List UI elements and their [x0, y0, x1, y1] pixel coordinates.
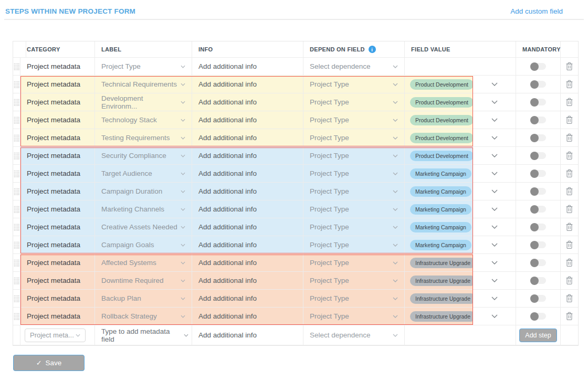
depend-select[interactable]: Project Type	[303, 254, 405, 272]
mandatory-toggle[interactable]	[516, 272, 561, 290]
mandatory-toggle[interactable]	[516, 93, 561, 111]
info-input[interactable]: Add additional info	[192, 308, 303, 325]
depend-select[interactable]: Project Type	[303, 129, 405, 147]
field-value-select[interactable]	[473, 111, 516, 129]
label-select[interactable]: Marketing Channels	[95, 200, 192, 218]
drag-handle[interactable]	[13, 272, 20, 290]
mandatory-toggle[interactable]	[516, 183, 561, 200]
info-input[interactable]: Add additional info	[192, 93, 303, 111]
mandatory-toggle[interactable]	[516, 254, 561, 272]
depend-select[interactable]: Project Type	[303, 308, 405, 325]
field-value-select[interactable]	[473, 93, 516, 111]
field-value-select[interactable]	[473, 218, 516, 236]
info-input[interactable]: Add additional info	[192, 272, 303, 290]
label-select[interactable]: Target Audience	[95, 165, 192, 183]
depend-select[interactable]: Project Type	[303, 76, 405, 93]
field-value-select[interactable]	[473, 165, 516, 183]
delete-button[interactable]	[561, 218, 578, 236]
depend-select[interactable]: Project Type	[303, 290, 405, 308]
mandatory-toggle[interactable]	[516, 76, 561, 93]
depend-select[interactable]: Project Type	[303, 111, 405, 129]
drag-handle[interactable]	[13, 147, 20, 165]
mandatory-toggle[interactable]	[516, 200, 561, 218]
mandatory-toggle[interactable]	[516, 129, 561, 147]
save-button[interactable]: ✓ Save	[13, 355, 85, 371]
info-input[interactable]: Add additional info	[192, 236, 303, 254]
label-select[interactable]: Backup Plan	[95, 290, 192, 308]
info-input[interactable]: Add additional info	[192, 254, 303, 272]
delete-button[interactable]	[561, 147, 578, 165]
drag-handle[interactable]	[13, 254, 20, 272]
drag-handle[interactable]	[13, 290, 20, 308]
label-combobox[interactable]: Type to add metadata field	[95, 325, 192, 345]
mandatory-toggle[interactable]	[516, 218, 561, 236]
label-select[interactable]: Downtime Required	[95, 272, 192, 290]
label-select[interactable]: Rollback Strategy	[95, 308, 192, 325]
delete-button[interactable]	[561, 308, 578, 325]
category-select[interactable]: Project meta...	[25, 329, 86, 342]
delete-button[interactable]	[561, 111, 578, 129]
delete-button[interactable]	[561, 183, 578, 200]
field-value-select[interactable]	[473, 183, 516, 200]
label-select[interactable]: Affected Systems	[95, 254, 192, 272]
label-select[interactable]: Development Environm...	[95, 93, 192, 111]
info-input[interactable]: Add additional info	[192, 129, 303, 147]
delete-button[interactable]	[561, 129, 578, 147]
info-input[interactable]: Add additional info	[192, 183, 303, 200]
field-value-select[interactable]	[473, 290, 516, 308]
drag-handle[interactable]	[13, 308, 20, 325]
mandatory-toggle[interactable]	[516, 111, 561, 129]
info-input[interactable]: Add additional info	[192, 58, 303, 76]
drag-handle[interactable]	[13, 76, 20, 93]
depend-select[interactable]: Project Type	[303, 236, 405, 254]
label-select[interactable]: Project Type	[95, 58, 192, 76]
drag-handle[interactable]	[13, 129, 20, 147]
drag-handle[interactable]	[13, 111, 20, 129]
mandatory-toggle[interactable]	[516, 308, 561, 325]
delete-button[interactable]	[561, 254, 578, 272]
delete-button[interactable]	[561, 236, 578, 254]
drag-handle[interactable]	[13, 165, 20, 183]
field-value-select[interactable]	[473, 58, 516, 76]
field-value-select[interactable]	[473, 76, 516, 93]
label-select[interactable]: Technology Stack	[95, 111, 192, 129]
info-input[interactable]: Add additional info	[192, 200, 303, 218]
label-select[interactable]: Campaign Goals	[95, 236, 192, 254]
field-value-select[interactable]	[473, 200, 516, 218]
depend-select[interactable]: Project Type	[303, 93, 405, 111]
label-select[interactable]: Technical Requirements	[95, 76, 192, 93]
delete-button[interactable]	[561, 76, 578, 93]
info-input[interactable]: Add additional info	[192, 111, 303, 129]
drag-handle[interactable]	[13, 218, 20, 236]
info-input[interactable]: Add additional info	[192, 325, 303, 345]
add-step-button[interactable]: Add step	[519, 329, 556, 342]
depend-select[interactable]: Project Type	[303, 165, 405, 183]
depend-select[interactable]: Select dependence	[303, 58, 405, 76]
delete-button[interactable]	[561, 93, 578, 111]
field-value-select[interactable]	[473, 308, 516, 325]
drag-handle[interactable]	[13, 236, 20, 254]
info-input[interactable]: Add additional info	[192, 76, 303, 93]
mandatory-toggle[interactable]	[516, 236, 561, 254]
field-value-select[interactable]	[473, 272, 516, 290]
delete-button[interactable]	[561, 200, 578, 218]
add-custom-field-link[interactable]: Add custom field	[510, 7, 563, 15]
mandatory-toggle[interactable]	[516, 290, 561, 308]
mandatory-toggle[interactable]	[516, 147, 561, 165]
depend-select[interactable]: Project Type	[303, 147, 405, 165]
depend-select[interactable]: Select dependence	[303, 325, 405, 345]
delete-button[interactable]	[561, 272, 578, 290]
label-select[interactable]: Campaign Duration	[95, 183, 192, 200]
info-input[interactable]: Add additional info	[192, 147, 303, 165]
delete-button[interactable]	[561, 165, 578, 183]
info-input[interactable]: Add additional info	[192, 218, 303, 236]
label-select[interactable]: Testing Requirements	[95, 129, 192, 147]
info-input[interactable]: Add additional info	[192, 165, 303, 183]
drag-handle[interactable]	[13, 183, 20, 200]
delete-button[interactable]	[561, 58, 578, 76]
depend-select[interactable]: Project Type	[303, 218, 405, 236]
depend-select[interactable]: Project Type	[303, 272, 405, 290]
drag-handle[interactable]	[13, 200, 20, 218]
field-value-select[interactable]	[473, 254, 516, 272]
mandatory-toggle[interactable]	[516, 165, 561, 183]
